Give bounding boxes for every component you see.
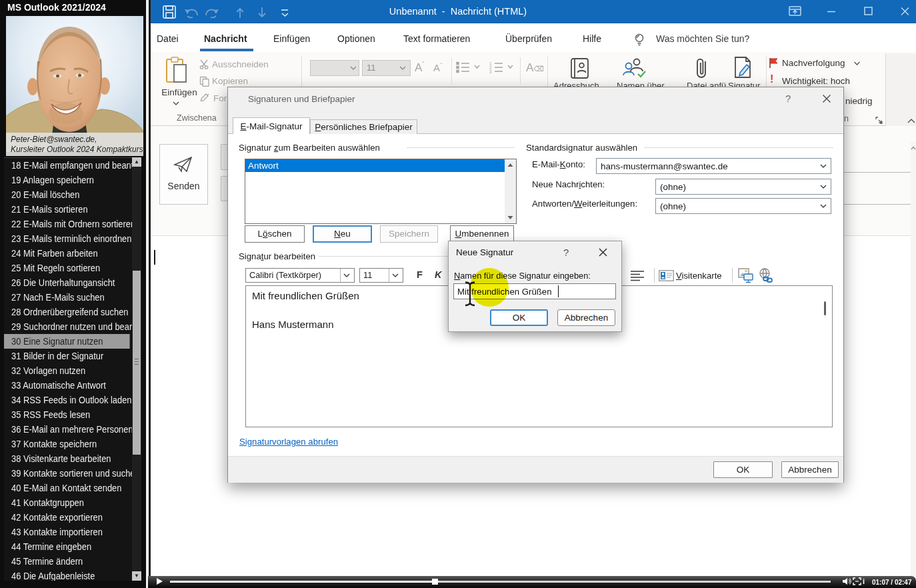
svg-text:3: 3 [489, 69, 492, 74]
